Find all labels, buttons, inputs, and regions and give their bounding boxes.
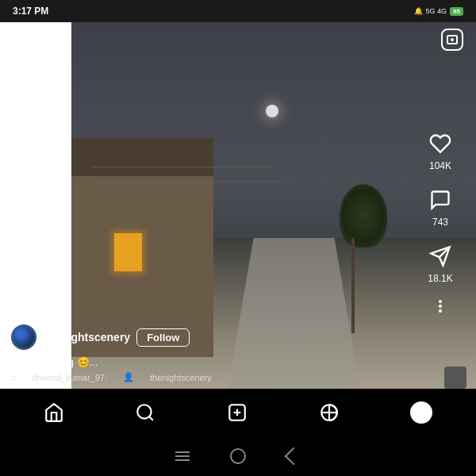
nav-home-circle[interactable] (230, 448, 246, 464)
profile-avatar (410, 401, 432, 424)
audio-username: dhirend_kumar_97: (32, 373, 107, 382)
back-arrow-icon (285, 447, 303, 466)
tree-top (340, 184, 387, 248)
more-dots-icon (429, 298, 451, 314)
music-row[interactable]: ♫ dhirend_kumar_97: 👤 thenightscenery (10, 372, 466, 382)
audio-creator: thenightscenery (150, 373, 212, 382)
status-bar: 3:17 PM 🔔 5G 4G 95 (0, 0, 476, 22)
music-note-icon: ♫ (10, 373, 16, 382)
comment-icon (426, 186, 455, 214)
nav-search[interactable] (135, 402, 155, 423)
comment-count: 743 (432, 217, 448, 228)
nav-home[interactable] (44, 402, 64, 423)
share-icon (426, 242, 455, 271)
house-roof (71, 138, 213, 176)
reels-title-container[interactable]: Reels (13, 31, 66, 49)
nav-reels[interactable] (319, 402, 340, 423)
svg-point-2 (138, 405, 152, 418)
top-nav: Reels (0, 22, 476, 57)
avatar-globe-image (13, 327, 34, 347)
moon (266, 105, 278, 117)
more-button[interactable] (429, 298, 451, 314)
nav-profile[interactable] (410, 401, 432, 424)
heart-icon (426, 129, 455, 158)
phone-frame: 3:17 PM 🔔 5G 4G 95 Reels (0, 0, 476, 476)
reels-label: Reels (13, 31, 55, 49)
svg-line-3 (149, 416, 153, 420)
bottom-overlay: thenightscenery Follow Feel the Song 😊..… (0, 317, 476, 389)
follow-button[interactable]: Follow (136, 328, 190, 347)
avatar[interactable] (10, 323, 38, 351)
share-count: 18.1K (428, 273, 452, 284)
like-count: 104K (429, 160, 451, 171)
camera-icon[interactable] (441, 29, 463, 51)
chevron-down-icon (58, 38, 66, 43)
person-icon: 👤 (123, 372, 134, 382)
user-row: thenightscenery Follow (10, 323, 466, 351)
like-button[interactable]: 104K (426, 129, 455, 171)
share-button[interactable]: 18.1K (426, 242, 455, 284)
powerline-2 (92, 181, 282, 182)
caption-text: Feel the Song 😊... (10, 356, 466, 368)
battery-badge: 95 (450, 7, 463, 16)
status-icons: 🔔 5G 4G 95 (414, 7, 463, 16)
status-time: 3:17 PM (13, 6, 48, 17)
signal-text: 5G 4G (426, 7, 447, 15)
nav-add[interactable] (227, 402, 248, 423)
nav-icons (0, 389, 476, 436)
bottom-nav (0, 389, 476, 476)
alarm-icon: 🔔 (414, 7, 423, 15)
system-bar (0, 436, 476, 476)
username[interactable]: thenightscenery (44, 331, 130, 344)
house-window (114, 233, 143, 271)
nav-back[interactable] (286, 448, 301, 464)
powerline-1 (92, 167, 274, 167)
comment-button[interactable]: 743 (426, 186, 455, 228)
nav-hamburger[interactable] (175, 448, 190, 464)
audio-thumbnail[interactable] (444, 367, 466, 389)
